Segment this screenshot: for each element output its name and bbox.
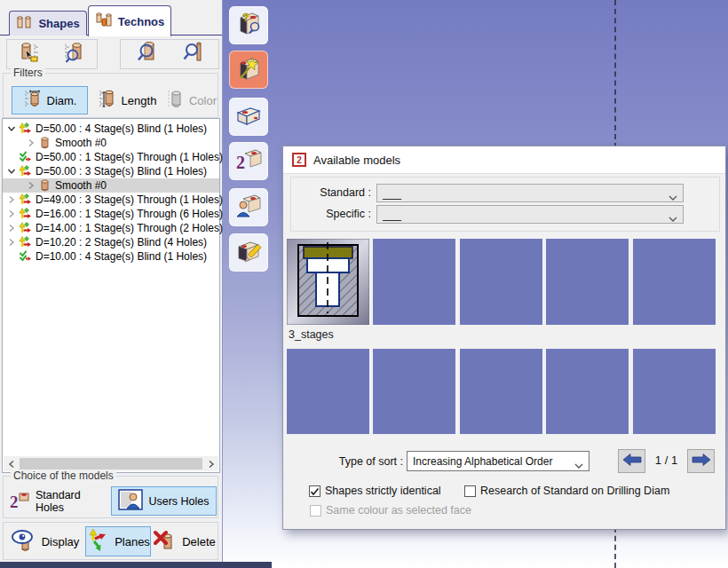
pick-hole-button[interactable] (11, 41, 50, 67)
arrow-right-icon (692, 453, 711, 470)
side-analyze-search-button[interactable]: ? (229, 6, 268, 44)
research-standard-checkbox[interactable] (464, 485, 476, 497)
chevron-down-icon (574, 459, 583, 471)
model-thumbnail-empty[interactable] (287, 349, 369, 434)
users-holes-button[interactable]: Users Holes (111, 486, 217, 516)
side-user-holes-button[interactable] (229, 188, 268, 226)
color-filter-icon (165, 89, 185, 113)
hole-cursor-icon (17, 41, 44, 68)
expander-closed-icon[interactable] (7, 195, 16, 204)
side-standard-holes-button[interactable]: 2 (229, 142, 268, 180)
tab-shapes[interactable]: Shapes (9, 11, 87, 36)
length-filter-icon (98, 89, 117, 113)
scrollbar-thumb[interactable] (20, 458, 202, 469)
standard-specific-group: Standard : ___ Specific : ___ (290, 177, 720, 232)
magnify-holes-button[interactable] (127, 41, 166, 67)
svg-text:2: 2 (10, 493, 19, 511)
display-button[interactable]: Display (7, 527, 83, 556)
filter-diameter-button[interactable]: Diam. (12, 86, 88, 114)
tree-row[interactable]: D=50.00 : 4 Stage(s) Blind (1 Holes) (3, 122, 219, 136)
side-open-shape-button[interactable] (229, 98, 268, 136)
specific-combobox[interactable]: ___ (376, 205, 684, 224)
users-holes-icon (118, 489, 143, 513)
expander-closed-icon[interactable] (7, 209, 16, 218)
shapes-strictly-identical-label[interactable]: Shapes strictly identical (325, 485, 441, 497)
cube-standard-2-icon: 2 (234, 146, 263, 178)
filter-diameter-label: Diam. (47, 94, 77, 107)
tree-row[interactable]: D=14.00 : 1 Stage(s) Through (2 Holes) (3, 221, 219, 235)
tree-row[interactable]: D=10.00 : 4 Stage(s) Blind (1 Holes) (3, 249, 219, 264)
filters-group: Filters Diam. (3, 73, 218, 118)
standard-value: ___ (383, 187, 401, 200)
planes-button[interactable]: Planes (85, 526, 151, 556)
available-models-dialog: 2 Available models Standard : ___ Specif… (282, 146, 726, 530)
cylinder-icon (38, 137, 51, 149)
specific-value: ___ (383, 209, 401, 221)
zoom-toolbar (120, 39, 219, 69)
shapes-strictly-identical-checkbox[interactable] (309, 485, 320, 497)
tree-row-label: D=14.00 : 1 Stage(s) Through (2 Holes) (36, 222, 223, 234)
model-thumbnail-empty[interactable] (546, 349, 629, 434)
tree-row-selected[interactable]: Smooth #0 (3, 178, 219, 193)
next-page-button[interactable] (687, 449, 715, 473)
planes-label: Planes (115, 535, 150, 548)
previous-page-button[interactable] (618, 449, 645, 473)
same-colour-label: Same colour as selected face (326, 504, 471, 517)
tab-technos[interactable]: Technos (88, 5, 171, 36)
expander-open-icon[interactable] (7, 167, 16, 176)
magnify-single-hole-button[interactable] (173, 41, 212, 67)
sort-order-combobox[interactable]: Increasing Alphabetical Order (407, 451, 590, 471)
choice-of-models-title: Choice of the models (11, 469, 116, 482)
tree-row-label: D=50.00 : 3 Stage(s) Blind (1 Holes) (36, 165, 207, 178)
page-indicator: 1 / 1 (646, 454, 686, 467)
hole-blind-icon (19, 165, 32, 178)
magnifier-cylinder-icon (133, 41, 160, 68)
expander-closed-icon[interactable] (27, 138, 36, 147)
side-magic-recognition-button[interactable] (229, 51, 268, 89)
expander-open-icon[interactable] (7, 124, 16, 133)
model-thumbnail-empty[interactable] (546, 239, 629, 325)
standard-holes-button[interactable]: 2 Standard Holes (8, 488, 109, 515)
model-thumbnail-empty[interactable] (633, 239, 716, 325)
filter-color-label: Color (189, 94, 217, 107)
cylinder-icon (38, 179, 51, 192)
tree-row[interactable]: D=50.00 : 3 Stage(s) Blind (1 Holes) (3, 164, 219, 178)
tree-row-label: D=10.20 : 2 Stage(s) Blind (4 Holes) (36, 236, 207, 248)
hole-blind-icon (19, 193, 32, 206)
tree-row[interactable]: Smooth #0 (3, 136, 219, 150)
tree-row[interactable]: D=49.00 : 3 Stage(s) Through (1 Holes) (3, 193, 219, 207)
filter-color-button[interactable]: Color (164, 86, 218, 114)
model-thumbnail-3-stages[interactable] (287, 239, 369, 325)
standard-combobox[interactable]: ___ (376, 184, 684, 202)
model-thumbnail-empty[interactable] (633, 349, 716, 434)
model-thumbnail-empty[interactable] (460, 349, 542, 434)
tree-row[interactable]: D=16.00 : 1 Stage(s) Through (6 Holes) (3, 207, 219, 221)
model-thumbnail-empty[interactable] (373, 349, 455, 434)
chevron-down-icon (669, 212, 677, 225)
delete-icon (154, 529, 177, 555)
expander-closed-icon[interactable] (7, 238, 16, 247)
delete-button[interactable]: Delete (153, 527, 217, 556)
choice-of-models-group: Choice of the models 2 Standard Holes (3, 476, 218, 518)
search-hole-in-tree-button[interactable] (54, 41, 93, 67)
cube-person-icon (234, 192, 263, 224)
expander-closed-icon[interactable] (27, 181, 36, 190)
hole-blind-icon (19, 222, 32, 234)
filter-length-button[interactable]: Length (91, 86, 162, 114)
scroll-right-icon[interactable] (203, 456, 218, 471)
tree-row[interactable]: D=50.00 : 1 Stage(s) Through (1 Holes) (3, 150, 219, 164)
expander-closed-icon[interactable] (7, 224, 16, 233)
arrow-left-icon (622, 453, 642, 470)
standard-holes-label: Standard Holes (36, 489, 108, 514)
shapes-cylinders-icon (16, 15, 33, 33)
research-standard-label[interactable]: Research of Standard on Drilling Diam (480, 485, 669, 497)
dialog-title: Available models (313, 154, 400, 167)
topsolid-2-logo-icon: 2 (292, 153, 306, 167)
cube-question-magnifier-icon: ? (234, 10, 263, 42)
model-thumbnail-empty[interactable] (373, 239, 455, 325)
tree-row[interactable]: D=10.20 : 2 Stage(s) Blind (4 Holes) (3, 235, 219, 249)
model-thumbnail-empty[interactable] (460, 239, 542, 325)
hole-through-icon (19, 151, 32, 163)
side-edit-shape-button[interactable] (229, 233, 268, 272)
dialog-title-bar[interactable]: 2 Available models (283, 146, 725, 174)
